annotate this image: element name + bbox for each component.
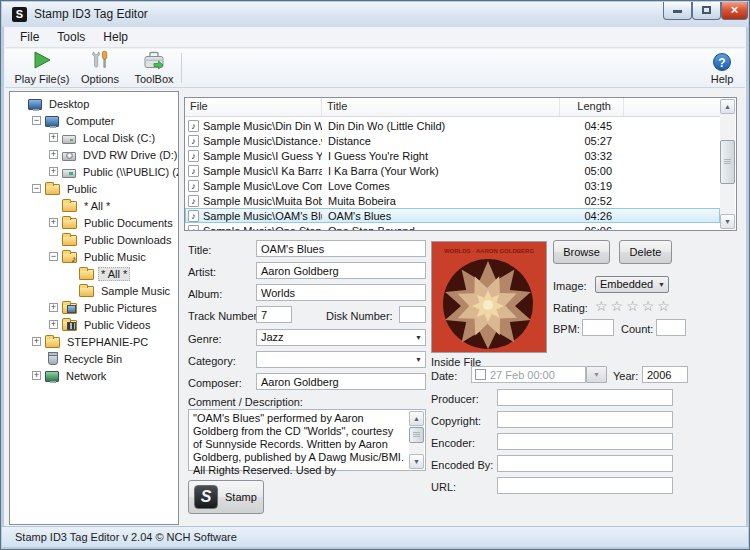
tree-item-desktop[interactable]: Desktop [10,95,178,112]
tree-item-public-downloads[interactable]: Public Downloads [10,231,178,248]
tree-item-public-music[interactable]: −Public Music [10,248,178,265]
menu-file[interactable]: File [11,28,48,46]
help-button[interactable]: ? Help [702,51,742,86]
music-note-icon: ♪ [188,180,199,192]
tree-item-public-public-z[interactable]: +Public (\\PUBLIC) (Z:) [10,163,178,180]
options-button[interactable]: Options [75,51,125,86]
title-bar[interactable]: S Stamp ID3 Tag Editor [2,2,748,27]
tree-item-computer[interactable]: −Computer [10,112,178,129]
date-checkbox[interactable] [475,369,486,380]
date-field[interactable]: 27 Feb 00:00 [471,366,586,383]
expand-icon[interactable]: + [32,337,41,346]
tree-item-stephanie-pc[interactable]: +STEPHANIE-PC [10,333,178,350]
file-title: Distance [322,135,560,147]
star-icon[interactable]: ☆ [611,298,627,314]
toolbox-button[interactable]: ToolBox [127,51,181,86]
maximize-button[interactable] [692,2,721,20]
collapse-icon[interactable]: − [49,252,58,261]
scrollbar-thumb[interactable] [409,427,424,443]
expand-icon[interactable]: + [32,371,41,380]
scroll-down-icon[interactable]: ▼ [720,214,735,229]
tree-item-public-videos[interactable]: +Public Videos [10,316,178,333]
folder-icon [45,337,60,348]
image-select[interactable]: Embedded▼ [595,276,669,293]
bpm-field[interactable] [582,319,614,336]
album-field[interactable] [256,284,426,301]
expand-icon[interactable]: + [49,150,58,159]
tree-item-recycle-bin[interactable]: Recycle Bin [10,350,178,367]
tree-item-public-documents[interactable]: +Public Documents [10,214,178,231]
file-row[interactable]: ♪Sample Music\OAM's Blue...OAM's Blues04… [185,208,720,223]
encoded-by-field[interactable] [497,455,673,472]
date-dropdown-button[interactable]: ▼ [586,366,607,383]
file-length: 03:32 [560,150,624,162]
delete-button[interactable]: Delete [619,240,672,264]
url-field[interactable] [497,477,673,494]
comment-field[interactable]: "OAM's Blues" performed by Aaron Goldber… [188,409,426,471]
file-length: 04:45 [560,120,624,132]
tree-item-label: STEPHANIE-PC [64,335,151,349]
file-name: Sample Music\Din Din Wo ... [203,120,322,132]
genre-select[interactable]: Jazz▼ [256,329,426,346]
file-list-scrollbar[interactable]: ▲ ▼ [720,99,735,229]
tree-item-local-disk-c[interactable]: +Local Disk (C:) [10,129,178,146]
chevron-down-icon: ▼ [415,334,422,341]
star-icon[interactable]: ☆ [657,298,673,314]
expand-icon[interactable]: + [49,133,58,142]
tree-item-public-pictures[interactable]: +Public Pictures [10,299,178,316]
star-icon[interactable]: ☆ [642,298,658,314]
scroll-up-icon[interactable]: ▲ [720,99,735,114]
close-button[interactable]: × [721,2,748,20]
tree-item-network[interactable]: +Network [10,367,178,384]
file-row[interactable]: ♪Sample Music\One Step B...One Step Beyo… [185,223,720,231]
rating-stars[interactable]: ☆☆☆☆☆ [595,298,673,314]
stamp-icon: S [194,485,218,509]
tree-item-public[interactable]: −Public [10,180,178,197]
collapse-icon[interactable]: − [32,116,41,125]
column-header-file[interactable]: File [185,98,322,116]
tree-item-sample-music[interactable]: Sample Music [10,282,178,299]
expand-icon[interactable]: + [49,167,58,176]
producer-field[interactable] [497,389,673,406]
star-icon[interactable]: ☆ [626,298,642,314]
column-header-title[interactable]: Title [322,98,560,116]
scrollbar-thumb[interactable] [720,140,735,184]
category-select[interactable]: ▼ [256,351,426,368]
star-icon[interactable]: ☆ [595,298,611,314]
artist-field[interactable] [256,262,426,279]
file-row[interactable]: ♪Sample Music\Din Din Wo ...Din Din Wo (… [185,118,720,133]
track-number-field[interactable] [256,306,292,323]
stamp-button[interactable]: S Stamp [188,480,264,514]
composer-field[interactable] [256,373,426,390]
play-files-button[interactable]: Play File(s) [11,51,73,86]
album-label: Album: [188,288,222,300]
collapse-icon[interactable]: − [32,184,41,193]
file-list-body: ♪Sample Music\Din Din Wo ...Din Din Wo (… [185,118,720,230]
minimize-button[interactable] [663,2,692,20]
browse-button[interactable]: Browse [553,240,610,264]
expand-icon[interactable]: + [49,320,58,329]
menu-tools[interactable]: Tools [48,28,94,46]
tree-item-all[interactable]: * All * [10,197,178,214]
year-field[interactable] [642,366,688,383]
file-row[interactable]: ♪Sample Music\I Guess Yo...I Guess You'r… [185,148,720,163]
tree-item-all[interactable]: * All * [10,265,178,282]
expand-icon[interactable]: + [49,303,58,312]
file-row[interactable]: ♪Sample Music\Muita Bobei...Muita Bobeir… [185,193,720,208]
scroll-down-icon[interactable]: ▼ [409,454,424,469]
disk-number-field[interactable] [399,306,426,323]
file-row[interactable]: ♪Sample Music\Love Come...Love Comes03:1… [185,178,720,193]
file-row[interactable]: ♪Sample Music\I Ka Barra (...I Ka Barra … [185,163,720,178]
encoder-field[interactable] [497,433,673,450]
file-name: Sample Music\I Ka Barra (... [203,165,322,177]
file-row[interactable]: ♪Sample Music\Distance.wmaDistance05:27 [185,133,720,148]
column-header-length[interactable]: Length [560,98,624,116]
menu-help[interactable]: Help [94,28,137,46]
copyright-field[interactable] [497,411,673,428]
count-field[interactable] [656,319,686,336]
tree-item-dvd-rw-drive-d[interactable]: +DVD RW Drive (D:) [10,146,178,163]
expand-icon[interactable]: + [49,218,58,227]
scroll-up-icon[interactable]: ▲ [409,411,424,426]
comment-scrollbar[interactable]: ▲ ▼ [409,411,424,469]
title-field[interactable] [256,240,426,257]
